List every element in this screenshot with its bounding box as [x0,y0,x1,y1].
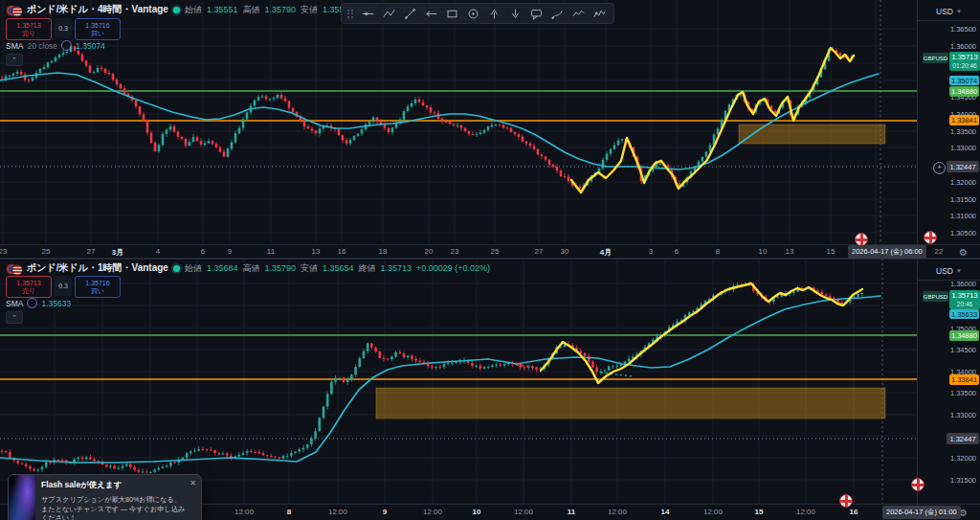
trend-line-icon[interactable] [403,6,418,21]
last-price-badge: 1.3571301:20:46 [949,52,980,71]
time-axis-label[interactable]: 10 [759,247,768,256]
horizontal-ray-icon[interactable] [424,6,439,21]
time-axis-label[interactable]: 18 [379,247,388,256]
time-axis-label[interactable]: 12:00 [328,508,347,516]
high-value: 1.35790 [264,263,296,273]
economic-event-flag-icon[interactable] [855,233,868,246]
time-axis-label[interactable]: 15 [827,247,835,256]
polyline-icon[interactable] [382,6,397,21]
currency-dropdown[interactable]: USD▼ [918,3,980,20]
drawing-toolbar[interactable] [341,3,614,24]
toolbar-drag-handle-icon[interactable] [347,10,353,18]
indicator-loading-icon [27,298,37,308]
time-axis-label[interactable]: 13 [312,247,321,256]
chart-legend-1h: ポンド/米ドル・1時間・Vantage 始値1.35684 高値1.35790 … [6,261,490,275]
last-price-badge: 1.3571320:46 [949,290,980,309]
market-open-icon [173,265,180,272]
symbol-title[interactable]: ポンド/米ドル・1時間・Vantage [27,261,168,275]
support-level-badge: 1.33841 [949,374,979,385]
brush-icon[interactable] [550,6,566,21]
high-label: 高値 [242,4,259,16]
price-chart-canvas-1h[interactable] [0,259,917,504]
time-axis-label[interactable]: 23 [0,247,7,256]
time-axis-label[interactable]: 6 [675,247,679,256]
economic-event-flag-icon[interactable] [924,231,937,244]
callout-icon[interactable] [529,6,545,21]
time-axis-label[interactable]: 3月 [112,247,123,258]
gbpusd-pair-icon [6,263,22,274]
time-axis-label[interactable]: 12:00 [608,508,627,516]
sell-button[interactable]: 1.35713売り [6,276,52,298]
time-axis-label[interactable]: 12:00 [234,508,254,516]
time-axis-label[interactable]: 30 [561,247,569,256]
elliott-wave-icon[interactable] [592,6,608,21]
time-axis-label[interactable]: 16 [850,508,858,516]
economic-event-flag-icon[interactable] [911,478,924,491]
alert-level-badge: 1.32447 [947,433,979,444]
sell-button[interactable]: 1.35713売り [6,18,52,40]
resistance-level-badge: 1.34880 [949,330,979,341]
currency-dropdown[interactable]: USD▼ [918,262,980,280]
time-axis-label[interactable]: 6 [201,247,205,256]
time-axis-label[interactable]: 11 [267,247,275,256]
time-axis-label[interactable]: 14 [661,508,670,516]
ellipse-icon[interactable] [466,6,481,21]
economic-event-flag-icon[interactable] [839,494,853,508]
time-axis-label[interactable]: 12:00 [796,508,815,516]
time-axis-label[interactable]: 13 [786,247,794,256]
buy-button[interactable]: 1.35716買い [75,276,121,298]
indicator-legend-1h[interactable]: SMA 1.35633 [6,298,71,308]
time-axis-label[interactable]: 4 [156,247,160,256]
collapse-legend-button-1h[interactable]: ⌃ [6,311,23,324]
time-axis-label[interactable]: 15 [755,508,764,516]
close-label: 終値 [359,262,376,275]
time-axis-label[interactable]: 8 [716,247,720,256]
indicator-params: 20 close [27,41,57,51]
price-scale-border [917,0,918,520]
order-buttons-4h: 1.35713売り 0.3 1.35716買い [6,18,121,40]
rectangle-icon[interactable] [445,6,460,21]
price-tick-label: 1.36000 [950,42,976,51]
arrow-up-icon[interactable] [487,6,502,21]
time-axis-label[interactable]: 4月 [600,247,612,258]
price-tick-label: 1.33000 [950,144,976,152]
time-axis-label[interactable]: 10 [473,508,481,516]
indicator-name: SMA [6,41,23,51]
time-axis-label[interactable]: 25 [42,247,51,256]
price-tick-label: 1.36000 [950,280,976,288]
price-chart-canvas-4h[interactable] [0,0,917,244]
resistance-level-badge: 1.34880 [949,86,979,97]
time-axis-label[interactable]: 23 [451,247,459,256]
time-axis-label[interactable]: 25 [491,247,500,256]
cross-line-icon[interactable] [361,6,376,21]
axis-settings-gear-icon[interactable]: ⚙ [959,247,968,258]
time-axis-label[interactable]: 9 [228,247,232,256]
time-axis-label[interactable]: 12:00 [703,508,723,516]
time-axis-label[interactable]: 11 [568,508,575,516]
time-axis-label[interactable]: 16 [338,247,346,256]
time-axis-label[interactable]: 12:00 [423,508,442,516]
time-axis-label[interactable]: 8 [287,508,291,516]
price-tick-label: 1.33000 [950,411,976,419]
time-axis-label[interactable]: 3 [649,247,653,256]
panel-resize-divider[interactable] [0,258,980,260]
symbol-title[interactable]: ポンド/米ドル・4時間・Vantage [27,3,168,16]
indicator-value: 1.35633 [41,299,71,308]
add-alert-plus-icon[interactable]: + [933,162,946,174]
time-axis-label[interactable]: 20 [425,247,434,256]
time-axis-label[interactable]: 9 [383,508,387,516]
collapse-legend-button-4h[interactable]: ⌃ [6,54,23,66]
buy-button[interactable]: 1.35716買い [75,18,121,40]
close-icon[interactable]: ✕ [189,479,196,487]
arrow-down-icon[interactable] [508,6,523,21]
low-value: 1.35654 [323,263,354,273]
wave-pattern-icon[interactable] [571,6,587,21]
time-axis-label[interactable]: 27 [535,247,544,256]
bar-countdown: 01:20:46 [952,61,976,70]
open-value: 1.35551 [207,5,238,14]
sma-value-badge: 1.35074 [949,76,979,85]
time-axis-label[interactable]: 12:00 [514,508,533,516]
time-axis-label[interactable]: 27 [87,247,96,256]
indicator-legend-4h[interactable]: SMA 20 close 1.35074 [6,40,105,51]
time-axis-label[interactable]: 22 [935,247,944,256]
